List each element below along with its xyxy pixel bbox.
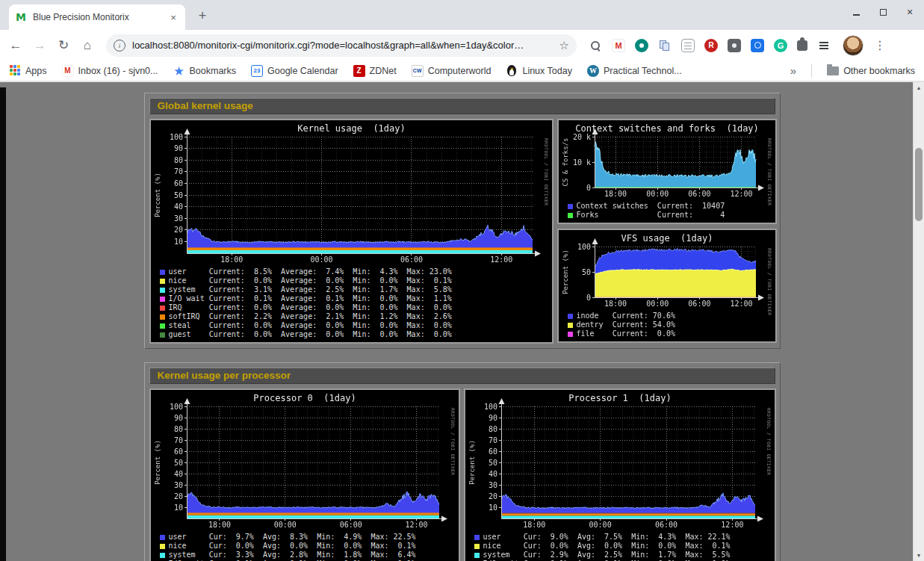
- new-tab-button[interactable]: +: [193, 6, 212, 25]
- legend-row: system Current: 3.1% Average: 2.5% Min: …: [160, 285, 551, 294]
- forward-button[interactable]: →: [30, 36, 49, 55]
- grammarly-icon[interactable]: G: [774, 39, 787, 52]
- apps-grid-icon: [9, 65, 21, 77]
- tab-close-icon[interactable]: ×: [167, 12, 179, 23]
- document-extension-icon[interactable]: [681, 39, 695, 52]
- legend-row: nice Cur: 0.0% Avg: 0.0% Min: 0.0% Max: …: [160, 542, 457, 551]
- page-info-icon[interactable]: i: [114, 40, 125, 52]
- back-button[interactable]: ←: [6, 36, 25, 55]
- window-minimize-button[interactable]: [851, 7, 861, 17]
- other-bookmarks-button[interactable]: Other bookmarks: [827, 66, 915, 76]
- bookmark-item-inbox[interactable]: M Inbox (16) - sjvn0...: [62, 65, 158, 77]
- monitorix-favicon-icon: M: [15, 11, 27, 23]
- window-maximize-button[interactable]: [878, 7, 888, 17]
- maximize-icon: [880, 9, 887, 16]
- bookmark-label: Linux Today: [522, 66, 572, 76]
- browser-toolbar: ← → ↻ ⌂ i localhost:8080/monitorix-cgi/m…: [0, 30, 924, 61]
- legend-swatch: [568, 314, 573, 319]
- legend-swatch: [474, 535, 480, 540]
- bookmark-label: Inbox (16) - sjvn0...: [78, 66, 158, 76]
- legend-text: file Current: 0.0%: [577, 329, 675, 338]
- bookmark-item-bookmarks[interactable]: ★ Bookmarks: [173, 65, 237, 77]
- legend-text: system Cur: 3.3% Avg: 2.8% Min: 1.8% Max…: [169, 551, 416, 560]
- pin-extension-icon[interactable]: [635, 39, 648, 52]
- folder-icon: [827, 66, 839, 75]
- kernel-usage-legend: user Current: 8.5% Average: 7.4% Min: 4.…: [152, 265, 551, 341]
- legend-text: guest Current: 0.0% Average: 0.0% Min: 0…: [169, 330, 452, 339]
- bookmark-item-computerworld[interactable]: CW Computerworld: [412, 65, 492, 77]
- extension-icon-1[interactable]: R: [704, 39, 718, 52]
- legend-text: user Current: 8.5% Average: 7.4% Min: 4.…: [169, 267, 452, 276]
- camera-extension-icon[interactable]: [751, 39, 764, 52]
- bookmark-label: Bookmarks: [190, 66, 237, 76]
- bookmarks-overflow-chevron[interactable]: »: [790, 64, 796, 77]
- legend-swatch: [568, 323, 573, 328]
- rrdtool-watermark: RRDTOOL / TOBI OETIKER: [767, 248, 772, 315]
- section-title: Global kernel usage: [149, 98, 775, 114]
- browser-tab[interactable]: M Blue Precision Monitorix ×: [9, 4, 185, 30]
- browser-menu-icon[interactable]: ⋮: [874, 38, 886, 52]
- url-text: localhost:8080/monitorix-cgi/monitorix.c…: [132, 40, 555, 51]
- window-close-button[interactable]: ×: [905, 7, 915, 17]
- list-extension-icon[interactable]: [817, 39, 831, 52]
- zdnet-icon: Z: [353, 65, 365, 77]
- apps-shortcut[interactable]: Apps: [9, 65, 47, 77]
- rrdtool-watermark: RRDTOOL / TOBI OETIKER: [544, 138, 549, 205]
- processor0-legend: user Cur: 9.7% Avg: 8.3% Min: 4.9% Max: …: [152, 530, 457, 561]
- legend-swatch: [160, 288, 165, 293]
- vfs-usage-panel: RRDTOOL / TOBI OETIKER inode Current: 70…: [557, 229, 777, 343]
- tab-bar: M Blue Precision Monitorix × + ×: [0, 0, 924, 30]
- legend-text: nice Current: 0.0% Average: 0.0% Min: 0.…: [169, 276, 452, 285]
- processor1-chart[interactable]: [467, 391, 773, 530]
- tab-title: Blue Precision Monitorix: [33, 12, 167, 22]
- vertical-scrollbar[interactable]: ▲ ▼: [913, 82, 924, 561]
- legend-row: system Cur: 2.9% Avg: 2.5% Min: 1.7% Max…: [474, 551, 773, 560]
- legend-swatch: [160, 323, 165, 329]
- search-icon[interactable]: [589, 39, 602, 52]
- bookmarks-bar: Apps M Inbox (16) - sjvn0... ★ Bookmarks…: [0, 61, 924, 81]
- context-switches-panel: RRDTOOL / TOBI OETIKER Context switches …: [557, 119, 777, 224]
- page-content: Global kernel usage RRDTOOL / TOBI OETIK…: [0, 82, 924, 561]
- legend-row: user Cur: 9.0% Avg: 7.5% Min: 4.3% Max: …: [474, 533, 773, 542]
- scroll-down-icon[interactable]: ▼: [914, 553, 924, 558]
- legend-row: softIRQ Current: 2.2% Average: 2.1% Min:…: [160, 312, 551, 321]
- legend-row: file Current: 0.0%: [568, 329, 774, 338]
- legend-swatch: [568, 213, 573, 218]
- legend-swatch: [568, 332, 573, 337]
- rrdtool-watermark: RRDTOOL / TOBI OETIKER: [767, 138, 772, 205]
- context-switches-chart[interactable]: [560, 122, 774, 199]
- bookmark-item-linuxtoday[interactable]: Linux Today: [506, 65, 572, 77]
- bookmark-item-zdnet[interactable]: Z ZDNet: [353, 65, 397, 77]
- processor0-chart[interactable]: [152, 391, 457, 530]
- vfs-usage-chart[interactable]: [560, 232, 774, 309]
- bookmark-label: Computerworld: [428, 66, 492, 76]
- bookmark-star-icon[interactable]: ☆: [559, 39, 569, 52]
- profile-avatar[interactable]: [843, 35, 863, 56]
- extension-icons: M R G: [589, 39, 831, 52]
- legend-text: softIRQ Current: 2.2% Average: 2.1% Min:…: [169, 312, 452, 321]
- gmail-icon: M: [62, 65, 74, 77]
- bookmark-label: Apps: [25, 66, 47, 76]
- legend-swatch: [160, 306, 165, 311]
- extension-icon-2[interactable]: [728, 39, 741, 52]
- copy-extension-icon[interactable]: [658, 39, 672, 52]
- kernel-usage-chart[interactable]: [152, 122, 551, 265]
- legend-swatch: [160, 314, 165, 320]
- bookmark-item-calendar[interactable]: 23 Google Calendar: [251, 65, 338, 77]
- legend-text: steal Current: 0.0% Average: 0.0% Min: 0…: [169, 321, 452, 330]
- legend-text: nice Cur: 0.0% Avg: 0.0% Min: 0.0% Max: …: [483, 542, 731, 551]
- reload-button[interactable]: ↻: [54, 36, 73, 55]
- scrollbar-thumb[interactable]: [915, 148, 923, 221]
- gmail-icon[interactable]: M: [612, 39, 625, 52]
- legend-text: I/O wait Current: 0.1% Average: 0.1% Min…: [169, 294, 452, 303]
- legend-swatch: [160, 279, 165, 284]
- context-switches-legend: Context switches Current: 10407Forks Cur…: [560, 199, 774, 221]
- minimize-icon: [853, 14, 860, 16]
- legend-row: nice Cur: 0.0% Avg: 0.0% Min: 0.0% Max: …: [474, 542, 773, 551]
- extensions-puzzle-icon[interactable]: [797, 40, 807, 51]
- address-bar[interactable]: i localhost:8080/monitorix-cgi/monitorix…: [106, 34, 577, 57]
- home-button[interactable]: ⌂: [78, 36, 97, 55]
- bookmark-item-practical[interactable]: W Practical Technol...: [587, 65, 682, 77]
- scroll-up-icon[interactable]: ▲: [914, 85, 924, 90]
- legend-text: nice Cur: 0.0% Avg: 0.0% Min: 0.0% Max: …: [169, 542, 416, 551]
